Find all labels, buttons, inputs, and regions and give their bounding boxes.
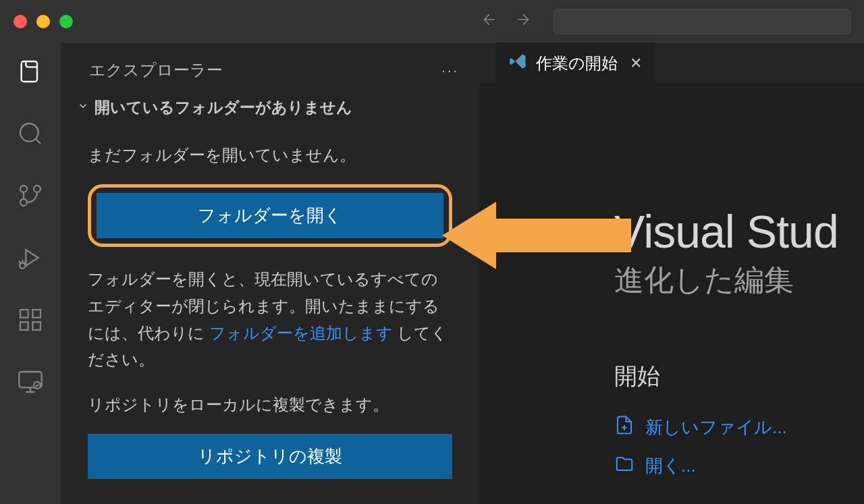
extensions-icon[interactable]: [16, 305, 45, 335]
more-actions-icon[interactable]: ···: [441, 63, 459, 78]
no-folder-message: まだフォルダーを開いていません。: [88, 142, 452, 168]
new-file-link[interactable]: 新しいファイル...: [614, 415, 864, 440]
source-control-icon[interactable]: [16, 181, 45, 211]
editor-area: 作業の開始 ✕ Visual Stud 進化した編集 開始 新しいファイル...…: [479, 43, 864, 504]
nav-forward-icon[interactable]: [514, 11, 532, 32]
open-folder-button[interactable]: フォルダーを開く: [97, 193, 443, 238]
titlebar: [0, 0, 864, 43]
vscode-icon: [509, 52, 528, 75]
svg-marker-4: [26, 250, 38, 265]
command-center-search[interactable]: [554, 9, 850, 34]
maximize-window-button[interactable]: [59, 15, 73, 28]
folder-open-icon: [614, 453, 634, 478]
add-folder-link[interactable]: フォルダーを追加します: [209, 324, 393, 342]
clone-repo-button[interactable]: リポジトリの複製: [88, 434, 452, 479]
highlight-annotation: フォルダーを開く: [88, 184, 452, 247]
explorer-sidebar: エクスプローラー ··· 開いているフォルダーがありません まだフォルダーを開い…: [61, 43, 479, 504]
close-window-button[interactable]: [14, 15, 27, 28]
section-header[interactable]: 開いているフォルダーがありません: [61, 97, 479, 132]
explorer-icon[interactable]: [16, 57, 45, 86]
sidebar-title: エクスプローラー: [89, 59, 223, 81]
close-icon[interactable]: ✕: [630, 55, 642, 72]
svg-point-1: [34, 186, 40, 192]
tab-get-started[interactable]: 作業の開始 ✕: [495, 43, 655, 84]
chevron-down-icon: [77, 100, 89, 115]
svg-rect-6: [20, 310, 28, 318]
svg-point-3: [20, 186, 27, 192]
svg-rect-9: [32, 310, 40, 318]
svg-point-0: [20, 123, 38, 142]
search-icon[interactable]: [16, 119, 45, 148]
tab-label: 作業の開始: [536, 53, 618, 74]
minimize-window-button[interactable]: [36, 15, 50, 28]
nav-arrows: [481, 11, 545, 32]
activity-bar: [0, 43, 61, 504]
open-label: 開く...: [645, 454, 696, 478]
tab-bar: 作業の開始 ✕: [479, 43, 864, 84]
open-link[interactable]: 開く...: [614, 453, 864, 478]
svg-rect-8: [32, 322, 40, 330]
new-file-icon: [614, 415, 634, 440]
remote-icon[interactable]: [16, 367, 45, 397]
svg-point-5: [20, 263, 25, 269]
section-header-label: 開いているフォルダーがありません: [94, 97, 352, 118]
start-heading: 開始: [614, 361, 864, 392]
nav-back-icon[interactable]: [481, 11, 498, 32]
clone-message: リポジトリをローカルに複製できます。: [88, 392, 452, 418]
run-debug-icon[interactable]: [16, 243, 45, 273]
welcome-title: Visual Stud: [614, 205, 864, 258]
new-file-label: 新しいファイル...: [645, 416, 787, 439]
svg-point-2: [20, 199, 27, 206]
window-controls: [14, 15, 73, 28]
svg-rect-7: [20, 322, 28, 330]
open-folder-description: フォルダーを開くと、現在開いているすべてのエディターが閉じられます。開いたままに…: [88, 266, 452, 372]
welcome-subtitle: 進化した編集: [614, 260, 864, 300]
welcome-page: Visual Stud 進化した編集 開始 新しいファイル... 開く...: [479, 84, 864, 492]
